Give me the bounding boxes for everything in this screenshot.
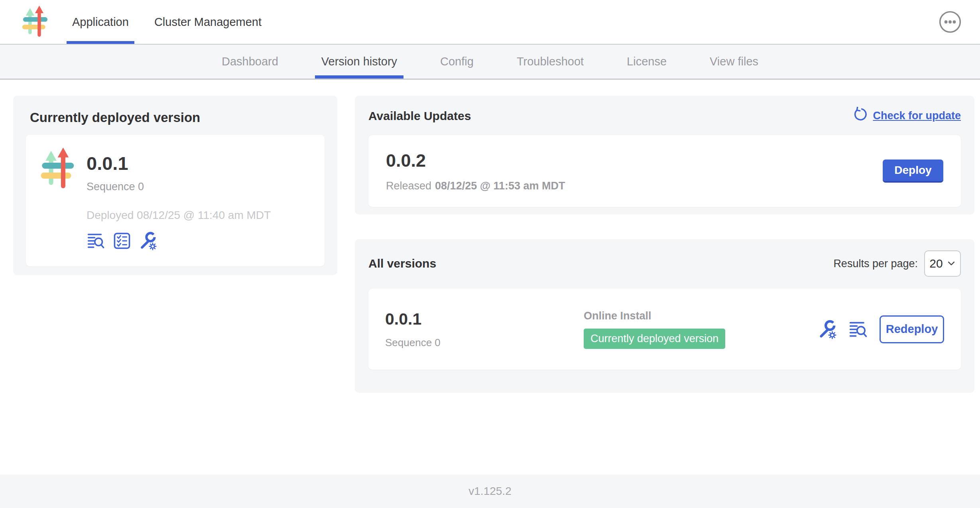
version-row-status: Online Install Currently deployed versio… (584, 310, 817, 349)
edit-config-icon (138, 246, 157, 252)
app-subnav: Dashboard Version history Config Trouble… (0, 44, 980, 80)
row-sequence: Sequence 0 (385, 337, 584, 349)
all-versions-title: All versions (368, 257, 436, 270)
app-footer: v1.125.2 (0, 475, 980, 508)
tab-troubleshoot[interactable]: Troubleshoot (510, 45, 590, 79)
available-updates-title: Available Updates (368, 109, 471, 123)
version-row-details: 0.0.1 Sequence 0 (385, 310, 584, 349)
tab-view-files[interactable]: View files (703, 45, 765, 79)
app-logo-icon (40, 148, 76, 254)
deploy-button[interactable]: Deploy (883, 159, 943, 183)
deployed-version-number: 0.0.1 (87, 152, 271, 174)
tab-config[interactable]: Config (434, 45, 480, 79)
deployed-version-actions (87, 231, 271, 250)
main-content: Currently deployed version 0.0.1 Sequenc… (0, 80, 980, 475)
install-type-label: Online Install (584, 310, 817, 322)
more-menu-button[interactable] (939, 10, 962, 33)
released-label: Released (386, 180, 431, 192)
version-row-actions: Redeploy (817, 315, 944, 343)
deployed-version-card: 0.0.1 Sequence 0 Deployed 08/12/25 @ 11:… (26, 135, 325, 266)
status-badge: Currently deployed version (584, 329, 725, 349)
released-timestamp: 08/12/25 @ 11:53 am MDT (435, 180, 565, 192)
available-update-card: 0.0.2 Released08/12/25 @ 11:53 am MDT De… (368, 135, 961, 207)
check-for-update-link[interactable]: Check for update (852, 107, 961, 125)
version-row: 0.0.1 Sequence 0 Online Install Currentl… (368, 289, 961, 370)
preflight-checks-button[interactable] (113, 231, 131, 250)
update-released-line: Released08/12/25 @ 11:53 am MDT (386, 180, 565, 192)
available-updates-panel: Available Updates Check for update 0.0.2 (355, 96, 974, 215)
edit-config-button[interactable] (138, 231, 157, 250)
ellipsis-in-circle-icon (939, 29, 962, 35)
app-header: Application Cluster Management (0, 0, 980, 44)
results-per-page: Results per page: 20 (833, 250, 961, 277)
results-per-page-value: 20 (929, 257, 943, 270)
row-version-number: 0.0.1 (385, 310, 584, 329)
tab-version-history[interactable]: Version history (315, 45, 403, 79)
check-for-update-label: Check for update (873, 110, 961, 122)
deployed-version-details: 0.0.1 Sequence 0 Deployed 08/12/25 @ 11:… (87, 148, 271, 254)
update-version-number: 0.0.2 (386, 150, 565, 171)
all-versions-panel: All versions Results per page: 20 (355, 239, 974, 393)
results-per-page-label: Results per page: (833, 258, 918, 270)
currently-deployed-title: Currently deployed version (30, 110, 325, 125)
tab-license[interactable]: License (620, 45, 673, 79)
edit-config-icon (817, 335, 837, 341)
deployed-timestamp: Deployed 08/12/25 @ 11:40 am MDT (87, 209, 271, 222)
results-per-page-select[interactable]: 20 (924, 250, 961, 277)
right-column: Available Updates Check for update 0.0.2 (355, 96, 974, 393)
deployed-sequence: Sequence 0 (87, 181, 271, 193)
console-version: v1.125.2 (468, 485, 511, 498)
deploy-logs-icon (87, 245, 106, 251)
update-details: 0.0.2 Released08/12/25 @ 11:53 am MDT (386, 150, 565, 192)
tab-cluster-management[interactable]: Cluster Management (149, 0, 267, 44)
tab-dashboard[interactable]: Dashboard (215, 45, 285, 79)
deploy-logs-button[interactable] (848, 320, 868, 339)
tab-application[interactable]: Application (67, 0, 134, 44)
edit-config-button[interactable] (817, 319, 837, 339)
deploy-logs-button[interactable] (87, 231, 106, 250)
preflight-checks-icon (113, 245, 131, 251)
app-logo-icon (22, 6, 49, 38)
refresh-icon (852, 107, 867, 125)
header-right (939, 0, 980, 44)
redeploy-button[interactable]: Redeploy (880, 315, 944, 343)
chevron-down-icon (947, 257, 956, 270)
currently-deployed-panel: Currently deployed version 0.0.1 Sequenc… (13, 96, 337, 275)
deploy-logs-icon (848, 334, 868, 340)
